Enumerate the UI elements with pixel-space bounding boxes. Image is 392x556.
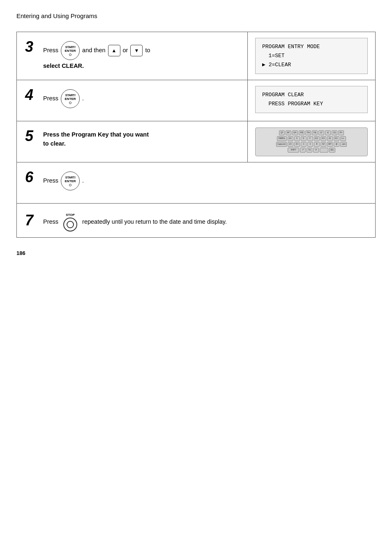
step-4-content: Press START/ ENTER . — [43, 88, 84, 108]
step-3-number: 3 — [25, 39, 37, 54]
step-4-right: PROGRAM CLEAR PRESS PROGRAM KEY — [248, 80, 375, 121]
step-4-display: PROGRAM CLEAR PRESS PROGRAM KEY — [255, 86, 368, 113]
page-number: 186 — [16, 250, 376, 256]
start-enter-button-4[interactable]: START/ ENTER — [61, 89, 80, 108]
step-4-display-line1: PROGRAM CLEAR — [262, 90, 361, 100]
step-5-row: 5 Press the Program Key that you wantto … — [17, 121, 375, 162]
step-6-text: Press START/ ENTER . — [43, 171, 84, 190]
step-3-display: PROGRAM ENTRY MODE 1=SET ▶ 2=CLEAR — [255, 38, 368, 74]
step-3-to: to — [145, 46, 150, 55]
step-3-right: PROGRAM ENTRY MODE 1=SET ▶ 2=CLEAR — [248, 32, 375, 80]
step-7-left: 7 Press STOP repeatedly until you return… — [17, 204, 375, 237]
step-5-text: Press the Program Key that you wantto cl… — [43, 130, 149, 148]
step-5-content: Press the Program Key that you wantto cl… — [43, 129, 149, 148]
step-4-display-line2: PRESS PROGRAM KEY — [262, 100, 361, 109]
step-3-and-then: and then — [82, 46, 105, 55]
keyboard-display: Q/!W/"E/#R/$T/%Y/&U/'I/(O/)P/= SIMBOLA/1… — [255, 127, 368, 156]
down-arrow-button[interactable]: ▼ — [130, 45, 143, 56]
step-5-number: 5 — [25, 129, 37, 144]
step-3-or: or — [123, 46, 128, 55]
step-7-number: 7 — [25, 213, 37, 228]
step-6-number: 6 — [25, 170, 37, 185]
start-enter-button-6[interactable]: START/ ENTER — [61, 171, 80, 190]
step-7-row: 7 Press STOP repeatedly until you return… — [17, 204, 375, 237]
step-3-select-clear: select CLEAR. — [43, 63, 84, 69]
step-6-content: Press START/ ENTER . — [43, 170, 84, 190]
stop-button[interactable]: STOP — [62, 217, 78, 232]
step-4-left: 4 Press START/ ENTER . — [17, 80, 248, 121]
step-3-row: 3 Press START/ ENTER and then ▲ or ▼ — [17, 32, 375, 80]
step-3-content: Press START/ ENTER and then ▲ or ▼ to — [43, 39, 150, 71]
step-7-press-label: Press — [43, 218, 58, 227]
up-arrow-button[interactable]: ▲ — [108, 45, 120, 56]
step-5-left: 5 Press the Program Key that you wantto … — [17, 121, 248, 162]
step-7-content: Press STOP repeatedly until you return t… — [43, 211, 227, 230]
page-title: Entering and Using Programs — [16, 12, 376, 19]
step-4-row: 4 Press START/ ENTER . PROGR — [17, 80, 375, 121]
step-4-period: . — [82, 94, 84, 103]
step-6-left: 6 Press START/ ENTER . — [17, 162, 375, 203]
step-4-number: 4 — [25, 88, 37, 102]
step-4-press-label: Press — [43, 94, 58, 103]
step-5-main-text: Press the Program Key that you wantto cl… — [43, 131, 149, 147]
step-3-left: 3 Press START/ ENTER and then ▲ or ▼ — [17, 32, 248, 80]
step-7-text: Press STOP repeatedly until you return t… — [43, 214, 227, 230]
start-enter-button-3[interactable]: START/ ENTER — [61, 41, 80, 60]
step-6-period: . — [82, 176, 84, 185]
step-7-rest-text: repeatedly until you return to the date … — [82, 218, 227, 227]
step-5-right: Q/!W/"E/#R/$T/%Y/&U/'I/(O/)P/= SIMBOLA/1… — [248, 121, 375, 162]
step-4-text: Press START/ ENTER . — [43, 89, 84, 108]
steps-container: 3 Press START/ ENTER and then ▲ or ▼ — [16, 32, 376, 238]
step-3-display-line2: 1=SET — [262, 51, 361, 60]
step-3-press-label: Press — [43, 46, 58, 55]
step-3-display-line1: PROGRAM ENTRY MODE — [262, 42, 361, 51]
step-6-row: 6 Press START/ ENTER . — [17, 162, 375, 204]
step-3-display-line3: ▶ 2=CLEAR — [262, 60, 361, 70]
step-3-text: Press START/ ENTER and then ▲ or ▼ to — [43, 41, 150, 71]
step-6-press-label: Press — [43, 176, 58, 185]
